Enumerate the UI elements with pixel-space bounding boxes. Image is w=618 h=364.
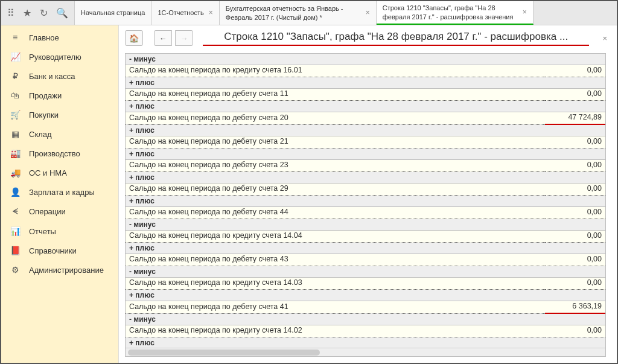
sidebar-item[interactable]: 🚚ОС и НМА xyxy=(1,163,118,182)
sidebar-icon: 📈 xyxy=(10,52,21,62)
sidebar-item-label: Администрирование xyxy=(29,266,104,275)
table-row: Сальдо на конец периода по дебету счета … xyxy=(126,160,605,172)
row-description[interactable]: Сальдо на конец периода по дебету счета … xyxy=(126,89,545,101)
close-icon[interactable]: × xyxy=(366,8,370,18)
sidebar-item[interactable]: 📊Отчеты xyxy=(1,222,118,241)
tab-accounting-report[interactable]: Бухгалтерская отчетность за Январь - Фев… xyxy=(220,1,377,25)
sidebar-icon: ᗛ xyxy=(10,206,21,217)
row-value[interactable]: 0,00 xyxy=(545,254,605,266)
sidebar-icon: 🛍 xyxy=(10,91,21,100)
row-value[interactable]: 0,00 xyxy=(545,207,605,219)
table-row: Сальдо на конец периода по дебету счета … xyxy=(126,301,605,314)
row-value[interactable]: 0,00 xyxy=(545,278,605,290)
operation-label: + плюс xyxy=(126,77,605,89)
row-description[interactable]: Сальдо на конец периода по кредиту счета… xyxy=(126,325,545,337)
sidebar-item[interactable]: ₽Банк и касса xyxy=(1,66,118,86)
row-description[interactable]: Сальдо на конец периода по дебету счета … xyxy=(126,301,545,314)
operation-label: - минус xyxy=(126,266,605,278)
row-description[interactable]: Сальдо на конец периода по кредиту счета… xyxy=(126,278,545,290)
operation-label: + плюс xyxy=(126,196,605,207)
home-button[interactable]: 🏠 xyxy=(125,30,143,46)
row-description[interactable]: Сальдо на конец периода по кредиту счета… xyxy=(126,231,545,243)
row-value[interactable]: 0,00 xyxy=(545,65,605,77)
forward-button[interactable]: → xyxy=(175,30,193,46)
tab-row1210[interactable]: Строка 1210 "Запасы", графа "На 28 февра… xyxy=(377,1,534,25)
sidebar-item-label: Отчеты xyxy=(29,227,56,236)
close-icon[interactable]: × xyxy=(209,8,213,18)
close-icon[interactable]: × xyxy=(599,34,611,43)
content-panel: 🏠 ← → Строка 1210 "Запасы", графа "На 28… xyxy=(119,25,617,363)
sidebar-item[interactable]: 🛍Продажи xyxy=(1,86,118,105)
history-icon[interactable]: ↻ xyxy=(40,7,48,19)
main-area: ≡Главное📈Руководителю₽Банк и касса🛍Прода… xyxy=(1,25,617,363)
tab-label: Строка 1210 "Запасы", графа "На 28 февра… xyxy=(383,4,518,21)
sidebar-icon: ≡ xyxy=(10,33,21,42)
table-row: Сальдо на конец периода по кредиту счета… xyxy=(126,65,605,77)
operation-label: + плюс xyxy=(126,172,605,184)
row-description[interactable]: Сальдо на конец периода по дебету счета … xyxy=(126,184,545,196)
table-row: + плюс xyxy=(126,77,605,89)
table-row: Сальдо на конец периода по дебету счета … xyxy=(126,254,605,266)
sidebar-item-label: Покупки xyxy=(29,110,59,120)
horizontal-scrollbar[interactable] xyxy=(126,348,605,356)
topbar-quick-icons: ⠿ ★ ↻ 🔍 xyxy=(1,1,75,25)
apps-icon[interactable]: ⠿ xyxy=(7,7,14,19)
sidebar-icon: 🛒 xyxy=(10,110,21,120)
sidebar-icon: 🚚 xyxy=(10,168,21,177)
row-description[interactable]: Сальдо на конец периода по дебету счета … xyxy=(126,160,545,172)
arrow-left-icon: ← xyxy=(159,34,167,43)
table-row: - минус xyxy=(126,313,605,325)
operation-label: + плюс xyxy=(126,290,605,301)
table-row: + плюс xyxy=(126,243,605,254)
row-value[interactable]: 6 363,19 xyxy=(545,301,605,314)
tab-label: Бухгалтерская отчетность за Январь - Фев… xyxy=(226,4,361,22)
sidebar-item[interactable]: 📈Руководителю xyxy=(1,47,118,66)
table-row: + плюс xyxy=(126,124,605,136)
operation-label: - минус xyxy=(126,54,605,65)
operation-label: + плюс xyxy=(126,148,605,160)
row-description[interactable]: Сальдо на конец периода по дебету счета … xyxy=(126,207,545,219)
sidebar-icon: ▦ xyxy=(10,129,21,139)
table-row: Сальдо на конец периода по кредиту счета… xyxy=(126,231,605,243)
search-icon[interactable]: 🔍 xyxy=(56,7,68,19)
sidebar-icon: ₽ xyxy=(10,71,21,81)
grid-scroll[interactable]: - минусСальдо на конец периода по кредит… xyxy=(125,53,606,357)
content-toolbar: 🏠 ← → Строка 1210 "Запасы", графа "На 28… xyxy=(119,25,617,51)
sidebar-item[interactable]: 🏭Производство xyxy=(1,144,118,163)
sidebar: ≡Главное📈Руководителю₽Банк и касса🛍Прода… xyxy=(1,25,119,363)
table-row: - минус xyxy=(126,54,605,65)
table-row: + плюс xyxy=(126,290,605,301)
table-row: Сальдо на конец периода по дебету счета … xyxy=(126,136,605,148)
row-description[interactable]: Сальдо на конец периода по дебету счета … xyxy=(126,136,545,148)
row-description[interactable]: Сальдо на конец периода по кредиту счета… xyxy=(126,65,545,77)
sidebar-item-label: Производство xyxy=(29,149,80,158)
tab-label: 1С-Отчетность xyxy=(158,8,203,17)
back-button[interactable]: ← xyxy=(154,30,172,46)
sidebar-item[interactable]: ▦Склад xyxy=(1,124,118,144)
table-row: + плюс xyxy=(126,172,605,184)
sidebar-item[interactable]: ᗛОперации xyxy=(1,202,118,222)
star-icon[interactable]: ★ xyxy=(23,7,31,19)
row-description[interactable]: Сальдо на конец периода по дебету счета … xyxy=(126,112,545,125)
table-row: Сальдо на конец периода по дебету счета … xyxy=(126,112,605,125)
row-description[interactable]: Сальдо на конец периода по дебету счета … xyxy=(126,254,545,266)
sidebar-item[interactable]: ⚙Администрирование xyxy=(1,260,118,279)
sidebar-item-label: ОС и НМА xyxy=(29,168,67,177)
tab-1c-report[interactable]: 1С-Отчетность × xyxy=(151,1,219,25)
table-row: - минус xyxy=(126,219,605,231)
row-value[interactable]: 0,00 xyxy=(545,231,605,243)
tab-start[interactable]: Начальная страница xyxy=(75,1,151,25)
row-value[interactable]: 47 724,89 xyxy=(545,112,605,125)
sidebar-item[interactable]: 🛒Покупки xyxy=(1,105,118,124)
sidebar-item-label: Руководителю xyxy=(29,53,81,62)
row-value[interactable]: 0,00 xyxy=(545,325,605,337)
row-value[interactable]: 0,00 xyxy=(545,136,605,148)
row-value[interactable]: 0,00 xyxy=(545,160,605,172)
close-icon[interactable]: × xyxy=(523,8,527,18)
sidebar-item[interactable]: 👤Зарплата и кадры xyxy=(1,182,118,202)
row-value[interactable]: 0,00 xyxy=(545,89,605,101)
sidebar-item[interactable]: 📕Справочники xyxy=(1,241,118,260)
sidebar-item[interactable]: ≡Главное xyxy=(1,28,118,47)
row-value[interactable]: 0,00 xyxy=(545,184,605,196)
table-row: Сальдо на конец периода по дебету счета … xyxy=(126,207,605,219)
